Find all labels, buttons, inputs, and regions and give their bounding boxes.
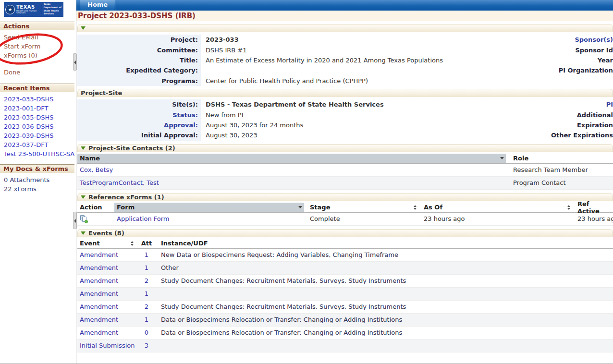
detail-right-label: PI Organization: [559, 67, 613, 74]
recent-item-link[interactable]: 2023-039-DSHS: [0, 131, 76, 140]
detail-label: Project:: [171, 36, 198, 43]
event-row: Amendment 1 Data or Biospecimens Relocat…: [77, 314, 613, 327]
recent-items-header: Recent Items: [0, 84, 74, 92]
detail-row: Project: 2023-033 Sponsor(s): [77, 35, 613, 45]
detail-right-label: Expiration: [577, 121, 613, 129]
recent-item-link[interactable]: 2023-037-DFT: [0, 140, 76, 149]
top-nav-bar: Home: [76, 0, 613, 11]
recent-item-link[interactable]: 2023-033-DSHS: [0, 95, 76, 104]
collapse-triangle-icon[interactable]: [81, 146, 86, 150]
collapse-triangle-icon[interactable]: [81, 231, 86, 235]
contact-name-link[interactable]: Cox, Betsy: [80, 166, 113, 173]
detail-right-label: Sponsor(s): [575, 36, 613, 43]
event-att-count: 2: [138, 277, 155, 284]
sortable-icon: [567, 205, 570, 210]
sidebar-action-link[interactable]: Send EMail: [0, 33, 76, 42]
detail-row: Title: An Estimate of Excess Mortality i…: [77, 55, 613, 65]
ref-xforms-section-bar[interactable]: Reference xForms (1): [77, 193, 613, 201]
ref-header-stage[interactable]: Stage: [307, 203, 418, 212]
detail-value: August 30, 2023 for 24 months: [201, 121, 303, 129]
event-link[interactable]: Amendment: [80, 303, 118, 310]
event-link[interactable]: Amendment: [80, 329, 118, 336]
texas-hhs-logo[interactable]: ★ TEXAS Health and Human Services Texas …: [4, 2, 63, 17]
detail-row: Committee: DSHS IRB #1 Sponsor Id: [77, 45, 613, 55]
xform-stage: Complete: [307, 215, 418, 222]
events-header-att[interactable]: Att: [138, 239, 155, 248]
event-instance: Data or Biospecimens Relocation or Trans…: [158, 316, 613, 323]
contact-row: TestProgramContact, Test Program Contact: [77, 177, 613, 190]
recent-item-link[interactable]: 2023-035-DSHS: [0, 113, 76, 122]
event-row: Amendment 2 Study Document Changes: Recr…: [77, 301, 613, 314]
tab-home[interactable]: Home: [80, 0, 115, 11]
detail-label: Title:: [180, 57, 198, 64]
sortable-icon: [414, 205, 417, 210]
page-title: Project 2023-033-DSHS (IRB): [76, 11, 613, 21]
sidebar-action-done[interactable]: Done: [0, 68, 76, 79]
recent-item-link[interactable]: Test 23-500-UTHSC-SA: [0, 149, 76, 158]
event-link[interactable]: Amendment: [80, 264, 118, 271]
events-header-instance: Instance/UDF: [158, 239, 613, 248]
event-instance: Study Document Changes: Recruitment Mate…: [158, 303, 613, 310]
sidebar-action-link[interactable]: xForms (0): [0, 51, 76, 60]
contact-role: Research Team Member: [509, 166, 613, 173]
event-link[interactable]: Amendment: [80, 277, 118, 284]
contacts-section-bar[interactable]: Project-Site Contacts (2): [77, 144, 613, 152]
event-att-count: 0: [138, 329, 155, 336]
mydocs-header: My Docs & xForms: [0, 164, 74, 173]
collapse-triangle-icon[interactable]: [81, 26, 86, 30]
xform-ref-active: 23 hours ago: [575, 215, 613, 222]
project-details: Project: 2023-033 Sponsor(s) Committee: …: [77, 35, 613, 86]
detail-label: Site(s):: [172, 101, 198, 108]
event-link[interactable]: Amendment: [80, 290, 118, 297]
detail-value: DSHS IRB #1: [201, 47, 247, 54]
ref-header-ref-active[interactable]: Ref Active: [575, 203, 613, 212]
detail-value: New from PI: [201, 111, 244, 119]
mydocs-link[interactable]: 22 xForms: [0, 184, 76, 194]
contacts-header-role[interactable]: Role: [509, 154, 613, 163]
recent-item-link[interactable]: 2023-001-DFT: [0, 104, 76, 113]
detail-value: August 30, 2023: [201, 132, 257, 139]
xform-as-of: 23 hours ago: [421, 215, 572, 222]
detail-row: Expedited Category: PI Organization: [77, 65, 613, 75]
event-row: Initial Submission 3: [77, 340, 613, 352]
recent-items-list: 2023-033-DSHS2023-001-DFT2023-035-DSHS20…: [0, 92, 76, 159]
event-link[interactable]: Amendment: [80, 316, 118, 323]
recent-item-link[interactable]: 2023-036-DSHS: [0, 122, 76, 131]
xform-link[interactable]: Application Form: [117, 215, 170, 222]
project-section-collapse-bar[interactable]: [77, 24, 613, 32]
event-link[interactable]: Amendment: [80, 251, 118, 258]
detail-label: Initial Approval:: [141, 132, 198, 139]
detail-value: DSHS - Texas Department of State Health …: [201, 101, 384, 108]
detail-row: Status: New from PI Additional: [77, 109, 613, 120]
contacts-header-name[interactable]: Name: [77, 154, 506, 163]
detail-value: 2023-033: [201, 36, 239, 43]
sidebar: ★ TEXAS Health and Human Services Texas …: [0, 0, 76, 364]
event-link[interactable]: Initial Submission: [80, 342, 135, 349]
event-instance: New Data or Biospecimens Request: Adding…: [158, 251, 613, 258]
sidebar-divider: [76, 0, 76, 364]
collapse-triangle-icon[interactable]: [81, 195, 86, 199]
contact-role: Program Contact: [509, 179, 613, 186]
contact-row: Cox, Betsy Research Team Member: [77, 164, 613, 177]
detail-right-label: Year: [598, 57, 613, 64]
copy-xform-icon[interactable]: [80, 215, 88, 223]
detail-row: Initial Approval: August 30, 2023 Other …: [77, 130, 613, 140]
contact-name-link[interactable]: TestProgramContact, Test: [80, 179, 159, 186]
events-section-bar[interactable]: Events (8): [77, 229, 613, 237]
event-row: Amendment 1: [77, 288, 613, 301]
texas-star-seal-icon: ★: [5, 5, 15, 14]
event-att-count: 1: [138, 316, 155, 323]
event-instance: Other: [158, 264, 613, 271]
event-row: Amendment 1 New Data or Biospecimens Req…: [77, 249, 613, 262]
ref-header-as-of[interactable]: As Of: [421, 203, 572, 212]
detail-row: Programs: Center for Public Health Polic…: [77, 76, 613, 86]
detail-row: Approval: August 30, 2023 for 24 months …: [77, 120, 613, 130]
main-panel: Home Project 2023-033-DSHS (IRB) Project…: [76, 0, 613, 364]
events-header-event[interactable]: Event: [77, 239, 135, 248]
logo-divider: [42, 5, 42, 14]
mydocs-link[interactable]: 0 Attachments: [0, 175, 76, 184]
event-att-count: 1: [138, 251, 155, 258]
ref-header-form[interactable]: Form: [114, 203, 304, 212]
detail-right-label: Other Expirations: [551, 132, 613, 139]
sidebar-action-link[interactable]: Start xForm: [0, 42, 76, 51]
